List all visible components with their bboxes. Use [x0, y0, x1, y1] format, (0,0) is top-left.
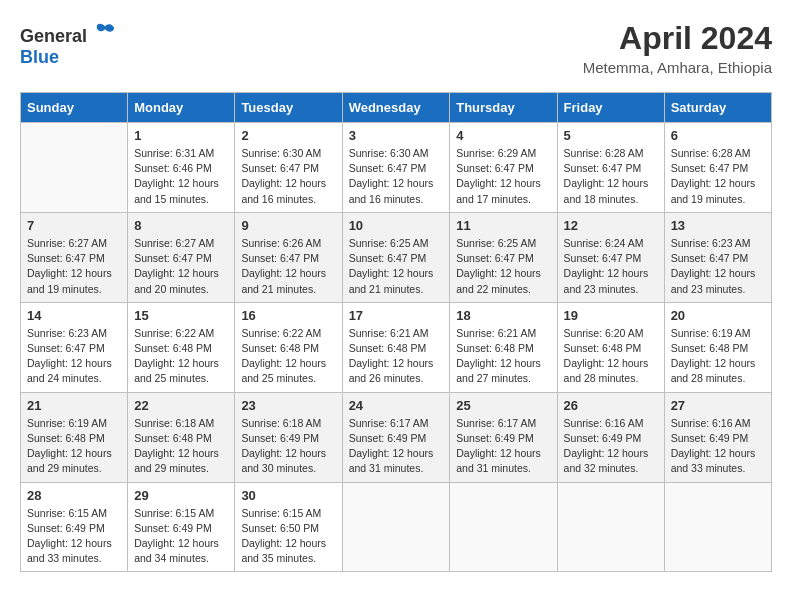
day-info: Sunrise: 6:21 AMSunset: 6:48 PMDaylight:… [349, 326, 444, 387]
day-number: 29 [134, 488, 228, 503]
day-number: 8 [134, 218, 228, 233]
title-area: April 2024 Metemma, Amhara, Ethiopia [583, 20, 772, 76]
day-info: Sunrise: 6:20 AMSunset: 6:48 PMDaylight:… [564, 326, 658, 387]
day-info: Sunrise: 6:23 AMSunset: 6:47 PMDaylight:… [27, 326, 121, 387]
col-header-saturday: Saturday [664, 93, 771, 123]
calendar-week-row: 1Sunrise: 6:31 AMSunset: 6:46 PMDaylight… [21, 123, 772, 213]
calendar-cell: 9Sunrise: 6:26 AMSunset: 6:47 PMDaylight… [235, 212, 342, 302]
calendar-cell: 19Sunrise: 6:20 AMSunset: 6:48 PMDayligh… [557, 302, 664, 392]
day-number: 19 [564, 308, 658, 323]
calendar-week-row: 7Sunrise: 6:27 AMSunset: 6:47 PMDaylight… [21, 212, 772, 302]
day-info: Sunrise: 6:15 AMSunset: 6:49 PMDaylight:… [27, 506, 121, 567]
day-info: Sunrise: 6:24 AMSunset: 6:47 PMDaylight:… [564, 236, 658, 297]
day-info: Sunrise: 6:18 AMSunset: 6:49 PMDaylight:… [241, 416, 335, 477]
calendar-header-row: SundayMondayTuesdayWednesdayThursdayFrid… [21, 93, 772, 123]
day-number: 11 [456, 218, 550, 233]
calendar-cell: 6Sunrise: 6:28 AMSunset: 6:47 PMDaylight… [664, 123, 771, 213]
day-number: 14 [27, 308, 121, 323]
day-number: 18 [456, 308, 550, 323]
calendar-week-row: 14Sunrise: 6:23 AMSunset: 6:47 PMDayligh… [21, 302, 772, 392]
calendar-cell [342, 482, 450, 572]
calendar-cell: 20Sunrise: 6:19 AMSunset: 6:48 PMDayligh… [664, 302, 771, 392]
day-number: 2 [241, 128, 335, 143]
col-header-wednesday: Wednesday [342, 93, 450, 123]
calendar-week-row: 21Sunrise: 6:19 AMSunset: 6:48 PMDayligh… [21, 392, 772, 482]
calendar-cell: 1Sunrise: 6:31 AMSunset: 6:46 PMDaylight… [128, 123, 235, 213]
day-number: 3 [349, 128, 444, 143]
day-info: Sunrise: 6:19 AMSunset: 6:48 PMDaylight:… [27, 416, 121, 477]
calendar-cell: 11Sunrise: 6:25 AMSunset: 6:47 PMDayligh… [450, 212, 557, 302]
day-info: Sunrise: 6:31 AMSunset: 6:46 PMDaylight:… [134, 146, 228, 207]
calendar-cell: 5Sunrise: 6:28 AMSunset: 6:47 PMDaylight… [557, 123, 664, 213]
day-info: Sunrise: 6:22 AMSunset: 6:48 PMDaylight:… [134, 326, 228, 387]
day-number: 20 [671, 308, 765, 323]
col-header-tuesday: Tuesday [235, 93, 342, 123]
day-info: Sunrise: 6:30 AMSunset: 6:47 PMDaylight:… [241, 146, 335, 207]
day-info: Sunrise: 6:27 AMSunset: 6:47 PMDaylight:… [27, 236, 121, 297]
day-info: Sunrise: 6:21 AMSunset: 6:48 PMDaylight:… [456, 326, 550, 387]
calendar-cell: 30Sunrise: 6:15 AMSunset: 6:50 PMDayligh… [235, 482, 342, 572]
day-number: 15 [134, 308, 228, 323]
day-info: Sunrise: 6:19 AMSunset: 6:48 PMDaylight:… [671, 326, 765, 387]
day-number: 12 [564, 218, 658, 233]
col-header-friday: Friday [557, 93, 664, 123]
calendar-cell [21, 123, 128, 213]
calendar-cell: 22Sunrise: 6:18 AMSunset: 6:48 PMDayligh… [128, 392, 235, 482]
day-number: 7 [27, 218, 121, 233]
calendar-table: SundayMondayTuesdayWednesdayThursdayFrid… [20, 92, 772, 572]
calendar-cell: 2Sunrise: 6:30 AMSunset: 6:47 PMDaylight… [235, 123, 342, 213]
day-number: 13 [671, 218, 765, 233]
day-number: 23 [241, 398, 335, 413]
calendar-cell: 28Sunrise: 6:15 AMSunset: 6:49 PMDayligh… [21, 482, 128, 572]
calendar-cell: 13Sunrise: 6:23 AMSunset: 6:47 PMDayligh… [664, 212, 771, 302]
day-number: 27 [671, 398, 765, 413]
logo: General Blue [20, 20, 116, 68]
day-info: Sunrise: 6:23 AMSunset: 6:47 PMDaylight:… [671, 236, 765, 297]
col-header-sunday: Sunday [21, 93, 128, 123]
day-number: 4 [456, 128, 550, 143]
calendar-cell [664, 482, 771, 572]
day-info: Sunrise: 6:16 AMSunset: 6:49 PMDaylight:… [564, 416, 658, 477]
logo-text: General Blue [20, 20, 116, 68]
day-info: Sunrise: 6:28 AMSunset: 6:47 PMDaylight:… [671, 146, 765, 207]
calendar-cell: 27Sunrise: 6:16 AMSunset: 6:49 PMDayligh… [664, 392, 771, 482]
day-info: Sunrise: 6:17 AMSunset: 6:49 PMDaylight:… [349, 416, 444, 477]
calendar-cell: 21Sunrise: 6:19 AMSunset: 6:48 PMDayligh… [21, 392, 128, 482]
day-info: Sunrise: 6:25 AMSunset: 6:47 PMDaylight:… [349, 236, 444, 297]
calendar-cell: 10Sunrise: 6:25 AMSunset: 6:47 PMDayligh… [342, 212, 450, 302]
day-info: Sunrise: 6:26 AMSunset: 6:47 PMDaylight:… [241, 236, 335, 297]
day-number: 17 [349, 308, 444, 323]
logo-bird-icon [94, 20, 116, 42]
day-info: Sunrise: 6:18 AMSunset: 6:48 PMDaylight:… [134, 416, 228, 477]
day-number: 9 [241, 218, 335, 233]
calendar-cell: 7Sunrise: 6:27 AMSunset: 6:47 PMDaylight… [21, 212, 128, 302]
calendar-cell: 26Sunrise: 6:16 AMSunset: 6:49 PMDayligh… [557, 392, 664, 482]
day-info: Sunrise: 6:15 AMSunset: 6:50 PMDaylight:… [241, 506, 335, 567]
logo-blue: Blue [20, 47, 59, 67]
day-info: Sunrise: 6:25 AMSunset: 6:47 PMDaylight:… [456, 236, 550, 297]
calendar-cell: 15Sunrise: 6:22 AMSunset: 6:48 PMDayligh… [128, 302, 235, 392]
day-number: 25 [456, 398, 550, 413]
day-number: 22 [134, 398, 228, 413]
calendar-cell: 25Sunrise: 6:17 AMSunset: 6:49 PMDayligh… [450, 392, 557, 482]
calendar-cell: 8Sunrise: 6:27 AMSunset: 6:47 PMDaylight… [128, 212, 235, 302]
day-info: Sunrise: 6:28 AMSunset: 6:47 PMDaylight:… [564, 146, 658, 207]
location-subtitle: Metemma, Amhara, Ethiopia [583, 59, 772, 76]
calendar-cell: 14Sunrise: 6:23 AMSunset: 6:47 PMDayligh… [21, 302, 128, 392]
calendar-cell: 3Sunrise: 6:30 AMSunset: 6:47 PMDaylight… [342, 123, 450, 213]
calendar-cell: 16Sunrise: 6:22 AMSunset: 6:48 PMDayligh… [235, 302, 342, 392]
day-info: Sunrise: 6:16 AMSunset: 6:49 PMDaylight:… [671, 416, 765, 477]
day-info: Sunrise: 6:15 AMSunset: 6:49 PMDaylight:… [134, 506, 228, 567]
calendar-week-row: 28Sunrise: 6:15 AMSunset: 6:49 PMDayligh… [21, 482, 772, 572]
calendar-cell: 17Sunrise: 6:21 AMSunset: 6:48 PMDayligh… [342, 302, 450, 392]
calendar-cell: 29Sunrise: 6:15 AMSunset: 6:49 PMDayligh… [128, 482, 235, 572]
day-number: 5 [564, 128, 658, 143]
day-number: 10 [349, 218, 444, 233]
day-info: Sunrise: 6:27 AMSunset: 6:47 PMDaylight:… [134, 236, 228, 297]
day-number: 28 [27, 488, 121, 503]
calendar-cell: 23Sunrise: 6:18 AMSunset: 6:49 PMDayligh… [235, 392, 342, 482]
col-header-monday: Monday [128, 93, 235, 123]
day-info: Sunrise: 6:29 AMSunset: 6:47 PMDaylight:… [456, 146, 550, 207]
calendar-cell: 18Sunrise: 6:21 AMSunset: 6:48 PMDayligh… [450, 302, 557, 392]
calendar-cell [450, 482, 557, 572]
